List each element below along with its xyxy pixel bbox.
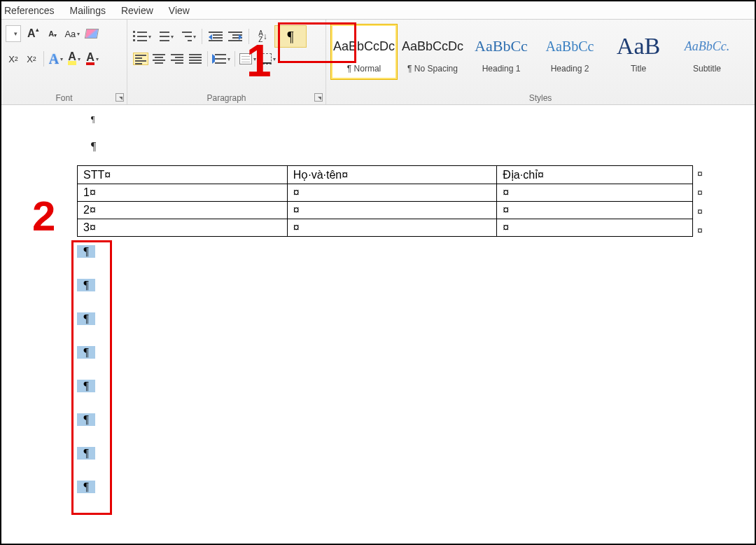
table-cell[interactable]: ¤ (287, 219, 497, 237)
show-hide-marks-button[interactable]: ¶ (274, 25, 307, 48)
ribbon: ▾ A▴ A▾ Aa▾ X2 X2 A▾ A▾ A▾ Font ▾ ▾ ▾ (1, 20, 755, 105)
pilcrow-icon: ¶ (77, 447, 95, 460)
style--no-spacing[interactable]: AaBbCcDc¶ No Spacing (399, 24, 466, 80)
table-row: 3¤¤¤ (78, 219, 693, 237)
tab-review[interactable]: Review (121, 5, 153, 16)
table-cell[interactable]: ¤ (497, 219, 693, 237)
pilcrow-icon: ¶ (77, 279, 95, 291)
style-name: ¶ Normal (347, 64, 381, 74)
tab-view[interactable]: View (169, 5, 190, 16)
tab-references[interactable]: References (4, 5, 55, 16)
style-name: Subtitle (693, 64, 721, 74)
end-of-row-mark: ¤ (697, 206, 703, 217)
shrink-font-button[interactable]: A▾ (45, 25, 60, 42)
highlight-button[interactable]: A▾ (66, 50, 82, 67)
pilcrow-icon: ¶ (91, 140, 96, 153)
pilcrow-icon: ¶ (77, 245, 95, 258)
table-row: 2¤¤¤ (78, 202, 693, 219)
group-font-label: Font (1, 93, 127, 103)
table-cell[interactable]: 2¤ (78, 202, 288, 219)
end-of-row-mark: ¤ (697, 225, 703, 236)
table-header-row: STT¤Họ·và·tên¤Địa·chỉ¤ (78, 166, 693, 184)
table-cell[interactable]: ¤ (497, 184, 693, 202)
leading-paragraph-marks: ¶ ¶ (91, 112, 94, 125)
style-heading-2[interactable]: AaBbCcHeading 2 (536, 24, 603, 80)
line-spacing-button[interactable]: ▾ (212, 50, 230, 67)
pilcrow-icon: ¶ (77, 481, 95, 493)
end-of-row-mark: ¤ (697, 168, 703, 179)
style-name: Heading 2 (551, 64, 589, 74)
table-cell[interactable]: ¤ (287, 202, 497, 219)
table-header-cell[interactable]: Địa·chỉ¤ (497, 166, 693, 184)
align-left-button[interactable] (133, 50, 148, 67)
table-header-cell[interactable]: Họ·và·tên¤ (287, 166, 497, 184)
selected-paragraphs[interactable]: ¶¶¶¶¶¶¶¶ (77, 245, 105, 514)
pilcrow-icon: ¶ (77, 380, 95, 392)
style-name: ¶ No Spacing (407, 64, 458, 74)
style-name: Heading 1 (482, 64, 521, 74)
separator (234, 51, 235, 67)
increase-indent-button[interactable] (227, 28, 243, 45)
separator (207, 51, 208, 67)
style-preview: AaB (617, 30, 660, 62)
change-case-button[interactable]: Aa▾ (64, 25, 80, 42)
numbering-button[interactable]: ▾ (155, 28, 174, 45)
pilcrow-icon: ¶ (77, 413, 95, 426)
table-cell[interactable]: ¤ (287, 184, 497, 202)
end-of-row-mark: ¤ (697, 187, 703, 198)
style-gallery[interactable]: AaBbCcDc¶ NormalAaBbCcDc¶ No SpacingAaBb… (330, 24, 749, 80)
table-cell[interactable]: 3¤ (78, 219, 288, 237)
group-styles-label: Styles (326, 93, 755, 103)
word-window: References Mailings Review View ▾ A▴ A▾ … (0, 0, 756, 545)
group-paragraph: ▾ ▾ ▾ AZ↓ ¶ ▾ ▾ ▾ Paragraph (127, 20, 326, 104)
style-title[interactable]: AaBTitle (605, 24, 672, 80)
align-right-button[interactable] (169, 50, 185, 67)
pilcrow-icon: ¶ (77, 346, 95, 359)
table-row: 1¤¤¤ (78, 184, 693, 202)
style-heading-1[interactable]: AaBbCcHeading 1 (468, 24, 535, 80)
separator (43, 51, 44, 67)
font-dialog-launcher[interactable] (115, 93, 124, 102)
table-header-cell[interactable]: STT¤ (78, 166, 288, 184)
font-size-combo[interactable]: ▾ (6, 25, 21, 42)
font-color-button[interactable]: A▾ (85, 50, 100, 67)
table-cell[interactable]: ¤ (497, 202, 693, 219)
group-font: ▾ A▴ A▾ Aa▾ X2 X2 A▾ A▾ A▾ Font (1, 20, 127, 104)
style-preview: AaBbCcDc (333, 30, 395, 62)
align-center-button[interactable] (151, 50, 167, 67)
subscript-button[interactable]: X2 (6, 50, 21, 67)
text-effects-button[interactable]: A▾ (48, 50, 64, 67)
tab-mailings[interactable]: Mailings (70, 5, 106, 16)
style-preview: AaBbCc. (685, 30, 730, 62)
style--normal[interactable]: AaBbCcDc¶ Normal (330, 24, 398, 80)
group-paragraph-label: Paragraph (127, 93, 326, 103)
grow-font-button[interactable]: A▴ (25, 25, 41, 42)
clear-formatting-button[interactable] (84, 25, 99, 42)
style-name: Title (631, 64, 646, 74)
pilcrow-icon: ¶ (77, 312, 95, 325)
annotation-number-1: 1 (246, 35, 272, 87)
pilcrow-icon: ¶ (91, 114, 94, 124)
group-styles: AaBbCcDc¶ NormalAaBbCcDc¶ No SpacingAaBb… (326, 20, 755, 104)
decrease-indent-button[interactable] (208, 28, 223, 45)
style-preview: AaBbCc (546, 30, 594, 62)
annotation-number-2: 2 (32, 192, 55, 240)
superscript-button[interactable]: X2 (24, 50, 39, 67)
style-preview: AaBbCcDc (402, 30, 463, 62)
bullets-button[interactable]: ▾ (133, 28, 151, 45)
style-subtitle[interactable]: AaBbCc.Subtitle (673, 24, 741, 80)
document-canvas[interactable]: ¶ ¶ STT¤Họ·và·tên¤Địa·chỉ¤1¤¤¤2¤¤¤3¤¤¤ ¤… (1, 106, 755, 544)
separator (202, 29, 202, 44)
table-cell[interactable]: 1¤ (78, 184, 288, 202)
style-preview: AaBbCc (475, 30, 528, 62)
data-table[interactable]: STT¤Họ·và·tên¤Địa·chỉ¤1¤¤¤2¤¤¤3¤¤¤ (77, 165, 693, 237)
justify-button[interactable] (188, 50, 203, 67)
ribbon-tabs: References Mailings Review View (1, 1, 755, 20)
multilevel-list-button[interactable]: ▾ (178, 28, 196, 45)
paragraph-dialog-launcher[interactable] (314, 93, 323, 102)
